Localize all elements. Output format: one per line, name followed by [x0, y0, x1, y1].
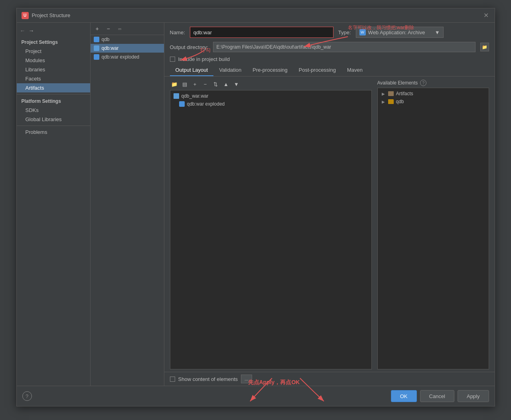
layout-sort-btn[interactable]: ⇅: [211, 80, 220, 88]
qdb-war-exploded-icon: [94, 54, 99, 60]
bottom-bar: Show content of elements ...: [164, 372, 495, 386]
cancel-button[interactable]: Cancel: [420, 390, 454, 402]
avail-item-artifacts[interactable]: ▶ Artifacts: [379, 90, 487, 98]
sidebar-item-problems[interactable]: Problems: [17, 128, 90, 137]
apply-button[interactable]: Apply: [458, 390, 489, 402]
layout-folder-btn[interactable]: 📁: [170, 80, 179, 88]
layout-tree: qdb_war.war qdb:war exploded: [170, 90, 372, 369]
qdb-folder-icon: [388, 99, 394, 104]
layout-down-btn[interactable]: ▼: [232, 80, 241, 88]
tree-item-war[interactable]: qdb_war.war: [172, 92, 370, 100]
sidebar-item-artifacts[interactable]: Artifacts: [17, 83, 90, 92]
add-artifact-button[interactable]: +: [93, 24, 102, 33]
include-label: Include in project build: [178, 56, 230, 62]
copy-artifact-button[interactable]: ⎓: [115, 24, 124, 33]
sidebar-item-libraries[interactable]: Libraries: [17, 65, 90, 74]
forward-arrow[interactable]: →: [29, 27, 34, 34]
type-icon: W: [359, 29, 366, 35]
tab-maven[interactable]: Maven: [341, 65, 368, 76]
dropdown-arrow: ▼: [435, 29, 440, 35]
artifact-name-qdb-war: qdb:war: [102, 45, 119, 51]
type-value: Web Application: Archive: [368, 29, 425, 35]
artifact-name-qdb: qdb: [102, 37, 110, 42]
avail-qdb-label: qdb: [396, 99, 404, 104]
tree-item-exploded[interactable]: qdb:war exploded: [172, 100, 370, 108]
layout-file-btn[interactable]: ▤: [180, 80, 189, 88]
artifact-item-qdb[interactable]: qdb: [91, 35, 164, 44]
tab-pre-processing[interactable]: Pre-processing: [247, 65, 293, 76]
tree-item-war-label: qdb_war.war: [182, 93, 209, 99]
artifact-item-qdb-war[interactable]: qdb:war: [91, 44, 164, 53]
ellipsis-button[interactable]: ...: [241, 375, 252, 383]
type-label: Type:: [338, 29, 351, 35]
platform-settings-label: Platform Settings: [17, 96, 90, 106]
qdb-expand-arrow[interactable]: ▶: [381, 99, 386, 104]
tab-post-processing[interactable]: Post-processing: [293, 65, 341, 76]
avail-artifacts-label: Artifacts: [396, 91, 413, 96]
show-content-label: Show content of elements: [178, 376, 238, 382]
include-checkbox[interactable]: [170, 57, 175, 62]
available-tree: ▶ Artifacts ▶ qdb: [377, 88, 489, 369]
sidebar: ← → Project Settings Project Modules Lib…: [17, 23, 91, 386]
show-content-checkbox[interactable]: [170, 377, 175, 382]
sidebar-item-sdks[interactable]: SDKs: [17, 106, 90, 115]
right-detail-panel: Name: Type: W Web Application: Archive ▼: [164, 23, 495, 386]
artifact-list: qdb qdb:war qdb:war exploded: [91, 35, 164, 386]
artifacts-folder-icon: [388, 91, 394, 96]
title-bar: U Project Structure ✕: [17, 8, 495, 23]
artifact-item-qdb-war-exploded[interactable]: qdb:war exploded: [91, 53, 164, 61]
artifacts-expand-arrow[interactable]: ▶: [381, 91, 386, 96]
type-dropdown[interactable]: W Web Application: Archive ▼: [356, 27, 444, 38]
available-elements-label: Available Elements: [377, 80, 418, 86]
tree-item-exploded-label: qdb:war exploded: [187, 101, 225, 107]
output-dir-input[interactable]: [213, 42, 475, 52]
close-button[interactable]: ✕: [483, 12, 490, 19]
layout-add-btn[interactable]: +: [191, 80, 199, 88]
app-icon: U: [22, 12, 29, 19]
output-dir-row: Output directory: 📁: [164, 40, 495, 54]
include-row: Include in project build: [164, 54, 495, 65]
available-header: Available Elements ?: [377, 79, 489, 88]
remove-artifact-button[interactable]: −: [104, 24, 113, 33]
sidebar-item-global-libraries[interactable]: Global Libraries: [17, 115, 90, 124]
war-file-icon: [174, 93, 179, 99]
tab-output-layout[interactable]: Output Layout: [170, 65, 214, 76]
help-icon[interactable]: ?: [420, 80, 426, 86]
avail-item-qdb[interactable]: ▶ qdb: [379, 98, 487, 106]
ok-button[interactable]: OK: [391, 390, 417, 402]
sidebar-nav: ← →: [17, 26, 90, 37]
name-label: Name:: [170, 29, 185, 35]
dialog-title: Project Structure: [32, 12, 71, 18]
sidebar-item-project[interactable]: Project: [17, 47, 90, 56]
output-dir-label: Output directory:: [170, 44, 208, 50]
show-content-row: Show content of elements ...: [170, 375, 253, 383]
layout-up-btn[interactable]: ▲: [222, 80, 231, 88]
tabs-row: Output Layout Validation Pre-processing …: [164, 65, 495, 77]
artifact-list-panel: + − ⎓ qdb qdb:war: [91, 23, 164, 386]
output-layout-panel: 📁 ▤ + − ⇅ ▲ ▼ qdb_w: [170, 79, 372, 369]
back-arrow[interactable]: ←: [20, 27, 26, 34]
help-button[interactable]: ?: [22, 391, 32, 401]
qdb-icon: [94, 37, 99, 42]
artifact-name-qdb-war-exploded: qdb:war exploded: [102, 54, 140, 60]
content-panels: 📁 ▤ + − ⇅ ▲ ▼ qdb_w: [164, 77, 495, 372]
name-type-row: Name: Type: W Web Application: Archive ▼: [164, 23, 495, 40]
artifact-toolbar: + − ⎓: [91, 23, 164, 35]
name-input[interactable]: [190, 27, 333, 38]
tab-validation[interactable]: Validation: [213, 65, 247, 76]
qdb-war-icon: [94, 45, 99, 51]
layout-remove-btn[interactable]: −: [201, 80, 210, 88]
browse-button[interactable]: 📁: [480, 43, 489, 51]
sidebar-item-modules[interactable]: Modules: [17, 56, 90, 65]
project-settings-label: Project Settings: [17, 37, 90, 47]
exploded-icon: [179, 101, 185, 107]
available-panel: Available Elements ? ▶ Artifacts: [377, 79, 489, 369]
sidebar-item-facets[interactable]: Facets: [17, 74, 90, 83]
output-layout-toolbar: 📁 ▤ + − ⇅ ▲ ▼: [170, 79, 372, 90]
dialog-footer: ? OK Cancel Apply: [17, 386, 495, 406]
